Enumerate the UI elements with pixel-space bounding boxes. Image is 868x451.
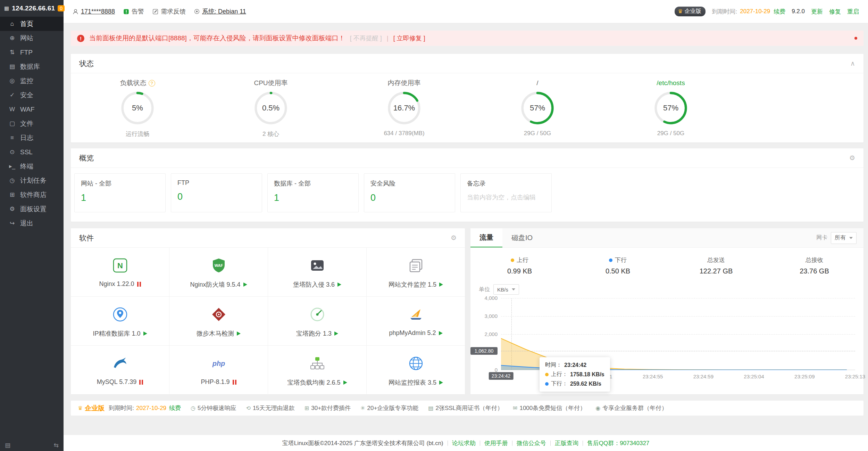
sidebar-collapse-icon[interactable]: ⇆ xyxy=(54,442,59,449)
unit-label: 单位 xyxy=(479,286,490,293)
gear-icon[interactable]: ⚙ xyxy=(451,234,457,242)
collapse-icon[interactable]: ∧ xyxy=(850,59,855,67)
sidebar-item-logout[interactable]: ↪退出 xyxy=(0,216,64,230)
x-axis-selected-badge: 23:24:42 xyxy=(489,372,514,380)
running-icon[interactable] xyxy=(243,282,247,287)
gear-icon[interactable]: ⚙ xyxy=(849,154,855,162)
sidebar-item-terminal[interactable]: ▸_终端 xyxy=(0,159,64,173)
stopped-icon[interactable] xyxy=(139,380,143,385)
running-icon[interactable] xyxy=(343,380,347,385)
app-tile-loadbalancer[interactable]: 宝塔负载均衡 2.6.5 xyxy=(268,346,366,394)
overview-box-websites[interactable]: 网站 - 全部 1 xyxy=(74,173,166,212)
shield-check-icon: ✓ xyxy=(8,91,16,99)
fix-now-button[interactable]: [ 立即修复 ] xyxy=(393,34,425,42)
notification-badge[interactable]: 0 xyxy=(58,5,65,11)
app-tile-benchmark[interactable]: 宝塔跑分 1.3 xyxy=(268,297,366,345)
chevron-down-icon xyxy=(512,288,515,290)
memory-gauge[interactable]: 内存使用率 16.7% 634 / 3789(MB) xyxy=(337,79,471,138)
system-info[interactable]: 系统: Debian 11 xyxy=(194,7,246,16)
sidebar-item-waf[interactable]: WWAF xyxy=(0,102,64,116)
app-tile-ip-database[interactable]: IP精准数据库 1.0 xyxy=(71,297,169,345)
memory-caption: 634 / 3789(MB) xyxy=(384,130,424,137)
folder-icon: ▢ xyxy=(8,120,16,127)
sidebar-item-database[interactable]: ▤数据库 xyxy=(0,59,64,74)
edition-badge[interactable]: ♛ 企业版 xyxy=(675,7,706,16)
running-icon[interactable] xyxy=(439,282,443,287)
logout-icon: ↪ xyxy=(8,220,16,227)
tab-traffic[interactable]: 流量 xyxy=(470,228,502,247)
monitor-report-icon xyxy=(408,354,424,372)
tab-disk-io[interactable]: 磁盘IO xyxy=(502,228,542,247)
app-tile-weibu-trojan[interactable]: 微步木马检测 xyxy=(169,297,268,345)
unit-select[interactable]: KB/s xyxy=(493,284,519,295)
running-icon[interactable] xyxy=(337,282,341,287)
app-tile-nginx[interactable]: N Nginx 1.22.0 xyxy=(71,248,169,296)
running-icon[interactable] xyxy=(143,331,147,336)
restart-link[interactable]: 重启 xyxy=(847,8,859,16)
stopped-icon[interactable] xyxy=(137,282,141,287)
app-tile-intrusion[interactable]: 堡塔防入侵 3.6 xyxy=(268,248,366,296)
overview-card-title: 概览 xyxy=(79,153,94,163)
sidebar-item-ssl[interactable]: ⊙SSL xyxy=(0,145,64,159)
qq-group[interactable]: 售后QQ群：907340327 xyxy=(587,439,650,447)
wechat-link[interactable]: 微信公众号 xyxy=(517,439,546,447)
app-tile-monitor-report[interactable]: 网站监控报表 3.5 xyxy=(367,346,465,394)
star-icon: ✳ xyxy=(360,405,365,411)
alarm-link[interactable]: 告警 xyxy=(123,7,144,16)
stopped-icon[interactable] xyxy=(233,380,236,385)
svg-text:N: N xyxy=(117,261,123,270)
sidebar-item-security[interactable]: ✓安全 xyxy=(0,88,64,102)
sidebar-item-website[interactable]: ⊕网站 xyxy=(0,31,64,45)
feedback-link[interactable]: 需求反馈 xyxy=(152,7,186,16)
feature-ssl: ▤2张SSL商用证书（年付） xyxy=(428,404,503,412)
app-tile-php[interactable]: php PHP-8.1.9 xyxy=(169,346,268,394)
os-icon xyxy=(194,9,200,14)
gear-icon: ⚙ xyxy=(8,205,16,213)
help-icon[interactable]: ? xyxy=(149,80,155,87)
sidebar-item-logs[interactable]: ≡日志 xyxy=(0,131,64,145)
license-check-link[interactable]: 正版查询 xyxy=(555,439,578,447)
cpu-percent: 0.5% xyxy=(254,91,288,125)
disk-hosts-gauge[interactable]: /etc/hosts 57% 29G / 50G xyxy=(604,79,737,138)
sidebar-item-monitor[interactable]: ◎监控 xyxy=(0,74,64,88)
repair-link[interactable]: 修复 xyxy=(829,8,841,16)
overview-box-ftp[interactable]: FTP 0 xyxy=(171,173,262,212)
y-axis-label: 2,000 xyxy=(477,331,498,337)
nic-select[interactable]: 所有 xyxy=(831,232,857,244)
forum-link[interactable]: 论坛求助 xyxy=(452,439,476,447)
manual-link[interactable]: 使用手册 xyxy=(484,439,508,447)
sidebar-item-home[interactable]: ⌂首页 xyxy=(0,17,64,31)
app-tile-file-monitor[interactable]: 网站文件监控 1.5 xyxy=(367,248,465,296)
cpu-gauge[interactable]: CPU使用率 0.5% 2 核心 xyxy=(204,79,337,138)
app-tile-mysql[interactable]: MySQL 5.7.39 xyxy=(71,346,169,394)
sidebar-layout-icon[interactable]: ▤ xyxy=(5,442,10,449)
disk-root-gauge[interactable]: / 57% 29G / 50G xyxy=(471,79,604,138)
dismiss-button[interactable]: [ 不再提醒 ] xyxy=(350,34,382,42)
running-icon[interactable] xyxy=(237,331,241,336)
sidebar-item-cron[interactable]: ◷计划任务 xyxy=(0,173,64,188)
update-link[interactable]: 更新 xyxy=(811,8,823,16)
overview-box-memo[interactable]: 备忘录 当前内容为空，点击编辑 xyxy=(460,173,552,212)
overview-box-security-risks[interactable]: 安全风险 0 xyxy=(364,173,455,212)
app-tile-phpmyadmin[interactable]: phpMyAdmin 5.2 xyxy=(367,297,465,345)
sidebar-item-ftp[interactable]: ⇅FTP xyxy=(0,45,64,59)
running-icon[interactable] xyxy=(334,331,338,336)
edition-label[interactable]: ♛企业版 xyxy=(78,404,105,413)
y-axis-label: 4,000 xyxy=(477,295,498,301)
renew-link[interactable]: 续费 xyxy=(169,404,181,412)
renew-link[interactable]: 续费 xyxy=(774,8,785,16)
user-account[interactable]: 171****8888 xyxy=(73,8,115,15)
sidebar-item-settings[interactable]: ⚙面板设置 xyxy=(0,202,64,216)
load-gauge[interactable]: 负载状态? 5% 运行流畅 xyxy=(71,79,204,138)
running-icon[interactable] xyxy=(439,331,443,335)
app-tile-nginx-firewall[interactable]: WAF Nginx防火墙 9.5.4 xyxy=(169,248,268,296)
overview-box-databases[interactable]: 数据库 - 全部 1 xyxy=(267,173,359,212)
average-line xyxy=(501,351,855,351)
status-card: 状态 ∧ 负载状态? 5% 运行流畅 CPU使用率 0.5% 2 核心 内存使用… xyxy=(71,54,863,142)
memo-placeholder[interactable]: 当前内容为空，点击编辑 xyxy=(467,193,545,202)
running-icon[interactable] xyxy=(439,380,443,385)
upstream-dot-icon xyxy=(511,259,514,262)
sidebar-item-files[interactable]: ▢文件 xyxy=(0,116,64,131)
sidebar-item-appstore[interactable]: ⊞软件商店 xyxy=(0,188,64,202)
notification-dot[interactable] xyxy=(854,37,857,40)
